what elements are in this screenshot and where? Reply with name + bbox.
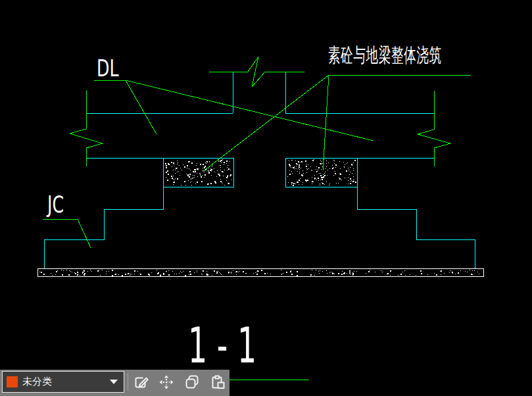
paste-icon	[209, 374, 226, 391]
copy-icon	[183, 374, 201, 391]
foundation-label: JC	[47, 193, 64, 216]
wall-break-line	[209, 57, 304, 87]
structure-outlines	[44, 72, 475, 268]
edit-icon	[132, 374, 149, 391]
move-icon	[158, 374, 175, 391]
paste-button[interactable]	[208, 372, 228, 393]
beam-break-line-left	[70, 90, 103, 166]
toolbar-divider	[128, 373, 128, 391]
foundation-label-leader	[43, 219, 91, 248]
cad-viewport[interactable]: DL JC 素砼与地梁整体浇筑 1 - 1 未分类	[0, 0, 532, 396]
footing-steps-right	[357, 187, 475, 268]
beam-break-line-right	[418, 91, 450, 166]
category-dropdown[interactable]: 未分类	[2, 371, 124, 393]
annotation-lines	[43, 57, 471, 380]
note-leader-left-pad	[203, 75, 471, 172]
edit-button[interactable]	[131, 372, 151, 393]
chevron-down-icon	[110, 380, 118, 384]
section-drawing	[0, 0, 532, 396]
category-label: 未分类	[22, 376, 52, 388]
concrete-pad-right	[285, 158, 357, 187]
bedding-layer-outline	[37, 268, 483, 276]
beam-label-leader-steep	[94, 80, 157, 134]
category-color-swatch	[7, 376, 18, 387]
beam-label: DL	[97, 57, 118, 80]
copy-button[interactable]	[182, 372, 202, 393]
section-title: 1 - 1	[188, 321, 256, 370]
beam-label-leader-shallow	[126, 80, 374, 141]
concrete-stipple-hatch	[39, 159, 480, 276]
note-leader-right-pad	[323, 75, 329, 170]
note-label: 素砼与地梁整体浇筑	[328, 45, 442, 65]
toolbar-buttons	[131, 371, 228, 393]
quick-toolbar: 未分类	[0, 370, 230, 396]
move-button[interactable]	[157, 372, 176, 393]
